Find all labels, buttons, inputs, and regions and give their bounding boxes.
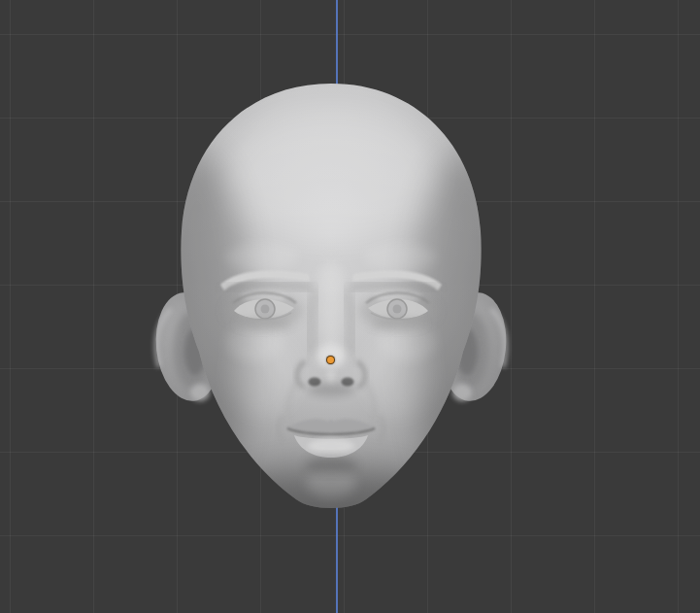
object-origin-dot xyxy=(326,356,335,364)
viewport-3d[interactable] xyxy=(0,0,700,613)
head-model[interactable] xyxy=(0,0,700,613)
